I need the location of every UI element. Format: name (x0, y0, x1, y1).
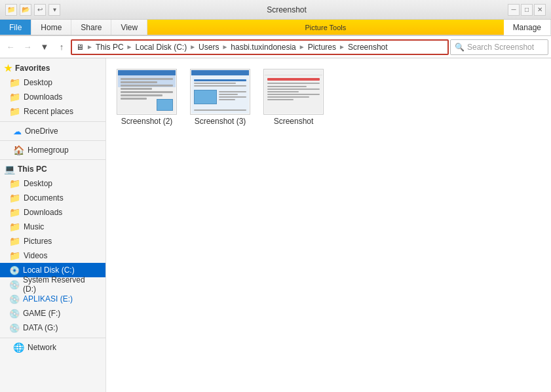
favorites-label: Favorites (15, 64, 50, 73)
tab-share[interactable]: Share (71, 20, 111, 35)
game-label: GAME (F:) (23, 309, 60, 318)
address-bar[interactable]: 🖥 ► This PC ► Local Disk (C:) ► Users ► … (71, 39, 449, 55)
sidebar-item-data[interactable]: 💿 DATA (G:) (0, 321, 105, 335)
search-box[interactable]: 🔍 Search Screenshot (450, 39, 548, 55)
addr-sep-2: ► (189, 43, 196, 50)
window-controls: ─ □ ✕ (508, 4, 546, 16)
computer-icon: 💻 (4, 164, 15, 174)
sidebar-item-desktop-fav[interactable]: 📁 Desktop (0, 75, 105, 90)
sidebar-item-downloads-fav[interactable]: 📁 Downloads (0, 90, 105, 104)
sidebar-item-onedrive[interactable]: ☁ OneDrive (0, 124, 105, 138)
content-area: Screenshot (2) (106, 58, 551, 392)
minimize-btn[interactable]: ─ (508, 4, 520, 16)
folder-icon-downloads: 📁 (9, 207, 20, 218)
homegroup-icon: 🏠 (13, 145, 24, 155)
file-label-screenshot2: Screenshot (2) (121, 117, 173, 126)
file-item-screenshot3[interactable]: Screenshot (3) (187, 66, 253, 128)
drive-icon-c: 💿 (9, 265, 20, 275)
file-label-screenshot: Screenshot (274, 117, 314, 126)
tab-picture-tools[interactable]: Picture Tools (147, 20, 503, 35)
sidebar-item-network[interactable]: 🌐 Network (0, 340, 105, 355)
folder-icon-desktop-fav: 📁 (9, 77, 20, 88)
addr-sep-1: ► (126, 43, 133, 50)
file-item-screenshot[interactable]: Screenshot (261, 66, 326, 128)
title-bar: 📁 📂 ↩ ▾ Screenshot ─ □ ✕ (0, 0, 551, 20)
system-reserved-label: System Reserved (D:) (23, 275, 100, 294)
sidebar-item-game[interactable]: 💿 GAME (F:) (0, 306, 105, 321)
sidebar-item-recent-fav[interactable]: 📁 Recent places (0, 104, 105, 119)
close-btn[interactable]: ✕ (534, 4, 546, 16)
divider-4 (0, 338, 105, 338)
divider-2 (0, 140, 105, 141)
folder-icon-pictures: 📁 (9, 236, 20, 246)
folder-icon-desktop-pc: 📁 (9, 178, 20, 189)
maximize-btn[interactable]: □ (521, 4, 533, 16)
drive-icon-d: 💿 (9, 280, 20, 290)
this-pc-section: 💻 This PC 📁 Desktop 📁 Documents 📁 Downlo… (0, 162, 105, 335)
addr-pictures[interactable]: Pictures (308, 43, 336, 52)
homegroup-label: Homegroup (28, 146, 69, 155)
favorites-header[interactable]: ★ Favorites (0, 61, 105, 75)
address-bar-container: ← → ▼ ↑ 🖥 ► This PC ► Local Disk (C:) ► … (0, 36, 551, 58)
tab-manage[interactable]: Manage (504, 20, 551, 35)
addr-sep-3: ► (221, 43, 228, 50)
folder-icon-documents: 📁 (9, 193, 20, 203)
nav-forward[interactable]: → (20, 39, 35, 55)
addr-pc[interactable]: This PC (96, 43, 124, 52)
tab-file[interactable]: File (0, 20, 31, 35)
ribbon: File Home Share View Picture Tools Manag… (0, 20, 551, 36)
nav-back[interactable]: ← (3, 39, 18, 55)
tab-view[interactable]: View (111, 20, 147, 35)
thumb-screenshot2 (117, 69, 177, 115)
sidebar-item-homegroup[interactable]: 🏠 Homegroup (0, 143, 105, 157)
local-disk-label: Local Disk (C:) (23, 265, 75, 275)
file-label-screenshot3: Screenshot (3) (195, 117, 246, 126)
new-folder-btn[interactable]: 📂 (20, 4, 31, 16)
divider-1 (0, 121, 105, 122)
onedrive-label: OneDrive (25, 127, 58, 136)
sidebar-item-documents[interactable]: 📁 Documents (0, 191, 105, 205)
addr-sep-4: ► (299, 43, 305, 50)
network-label: Network (28, 343, 56, 352)
network-icon: 🌐 (13, 342, 24, 353)
favorites-section: ★ Favorites 📁 Desktop 📁 Downloads 📁 Rece… (0, 61, 105, 119)
window-title: Screenshot (267, 5, 307, 14)
downloads-fav-label: Downloads (24, 92, 62, 102)
addr-icon: 🖥 (76, 43, 84, 52)
sidebar-item-aplikasi[interactable]: 💿 APLIKASI (E:) (0, 292, 105, 306)
sidebar-item-desktop-pc[interactable]: 📁 Desktop (0, 176, 105, 191)
window-icon: 📁 (5, 4, 17, 16)
videos-label: Videos (24, 251, 47, 260)
folder-icon-music: 📁 (9, 222, 20, 232)
music-label: Music (24, 222, 44, 231)
this-pc-label: This PC (18, 165, 47, 174)
search-icon: 🔍 (455, 43, 465, 52)
thumb-screenshot3 (190, 69, 250, 115)
folder-icon-downloads-fav: 📁 (9, 92, 20, 102)
file-item-screenshot2[interactable]: Screenshot (2) (114, 66, 180, 128)
drive-icon-f: 💿 (9, 309, 20, 319)
addr-drive[interactable]: Local Disk (C:) (136, 43, 187, 52)
sidebar-item-pictures[interactable]: 📁 Pictures (0, 234, 105, 248)
addr-screenshot[interactable]: Screenshot (348, 43, 388, 52)
nav-up[interactable]: ↑ (54, 39, 69, 55)
data-label: DATA (G:) (23, 323, 58, 332)
sidebar-item-system-reserved[interactable]: 💿 System Reserved (D:) (0, 277, 105, 292)
desktop-fav-label: Desktop (24, 78, 52, 87)
sidebar-item-music[interactable]: 📁 Music (0, 220, 105, 234)
addr-users[interactable]: Users (199, 43, 219, 52)
main-layout: ★ Favorites 📁 Desktop 📁 Downloads 📁 Rece… (0, 58, 551, 392)
aplikasi-label: APLIKASI (E:) (23, 294, 73, 304)
drive-icon-g: 💿 (9, 323, 20, 333)
addr-user[interactable]: hasbi.tuxindonesia (231, 43, 295, 52)
undo-btn[interactable]: ↩ (34, 4, 46, 16)
sidebar-item-downloads[interactable]: 📁 Downloads (0, 205, 105, 220)
tab-home[interactable]: Home (31, 20, 71, 35)
this-pc-header[interactable]: 💻 This PC (0, 162, 105, 176)
sidebar-item-videos[interactable]: 📁 Videos (0, 248, 105, 263)
downloads-label: Downloads (24, 208, 62, 217)
documents-label: Documents (24, 193, 64, 203)
nav-dropdown[interactable]: ▼ (37, 39, 52, 55)
dropdown-btn[interactable]: ▾ (48, 4, 60, 16)
pictures-label: Pictures (24, 237, 52, 246)
